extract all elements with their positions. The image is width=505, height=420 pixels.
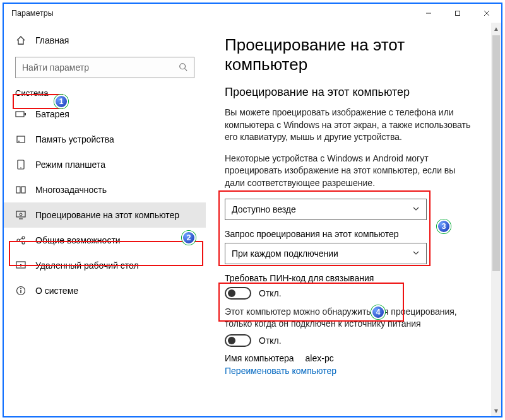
sidebar-item-tablet[interactable]: Режим планшета bbox=[4, 152, 206, 177]
home-icon bbox=[15, 35, 27, 46]
toggle-state-label: Откл. bbox=[259, 335, 282, 346]
maximize-button[interactable] bbox=[443, 4, 472, 23]
svg-point-17 bbox=[22, 236, 25, 239]
svg-point-9 bbox=[18, 141, 20, 142]
multitasking-icon bbox=[15, 184, 27, 195]
scrollbar[interactable]: ▲ ▼ bbox=[491, 23, 501, 416]
svg-point-11 bbox=[20, 167, 21, 168]
sidebar-item-label: Общие возможности bbox=[35, 235, 121, 245]
remote-desktop-icon bbox=[15, 260, 27, 271]
projecting-icon bbox=[15, 209, 27, 221]
toggle-knob bbox=[228, 337, 235, 344]
sidebar-item-label: Проецирование на этот компьютер bbox=[35, 210, 179, 220]
svg-rect-13 bbox=[21, 187, 25, 193]
info-icon bbox=[15, 285, 27, 296]
sidebar-item-label: Удаленный рабочий стол bbox=[35, 260, 139, 271]
svg-point-18 bbox=[22, 242, 25, 244]
close-icon bbox=[484, 10, 490, 16]
search-input[interactable]: Найти параметр bbox=[15, 57, 194, 78]
sidebar-item-storage[interactable]: Память устройства bbox=[4, 127, 206, 152]
search-icon bbox=[179, 62, 187, 73]
rename-link[interactable]: Переименовать компьютер bbox=[225, 366, 472, 376]
intro-paragraph-1: Вы можете проецировать изображение с тел… bbox=[225, 107, 472, 144]
chevron-down-icon bbox=[412, 204, 420, 214]
sidebar-item-battery[interactable]: Батарея bbox=[4, 102, 206, 127]
request-label: Запрос проецирования на этот компьютер bbox=[225, 229, 472, 239]
availability-dropdown[interactable]: Доступно везде bbox=[225, 199, 427, 220]
storage-icon bbox=[15, 134, 27, 145]
svg-rect-6 bbox=[16, 112, 24, 117]
scroll-down-icon[interactable]: ▼ bbox=[491, 405, 501, 416]
svg-rect-14 bbox=[16, 211, 25, 217]
svg-point-16 bbox=[17, 239, 20, 242]
settings-window: Параметры Главная Найти параметр bbox=[3, 3, 502, 417]
sidebar-item-projecting[interactable]: Проецирование на этот компьютер bbox=[4, 202, 206, 228]
svg-point-15 bbox=[20, 213, 22, 216]
pin-toggle[interactable] bbox=[225, 287, 251, 300]
svg-rect-12 bbox=[16, 187, 20, 193]
sidebar: Главная Найти параметр Система Батарея bbox=[4, 23, 206, 416]
content-area: Проецирование на этот компьютер Проециро… bbox=[206, 23, 491, 416]
toggle-knob bbox=[228, 289, 235, 297]
sidebar-item-label: Батарея bbox=[35, 109, 69, 119]
pcname-value: alex-pc bbox=[306, 353, 334, 363]
sidebar-item-label: Режим планшета bbox=[35, 160, 105, 170]
sidebar-item-remote[interactable]: Удаленный рабочий стол bbox=[4, 253, 206, 278]
sidebar-section-label: Система bbox=[4, 85, 59, 102]
toggle-state-label: Откл. bbox=[259, 288, 282, 298]
battery-icon bbox=[15, 108, 27, 120]
request-dropdown[interactable]: При каждом подключении bbox=[225, 243, 427, 264]
window-title: Параметры bbox=[11, 9, 414, 18]
section-heading: Проецирование на этот компьютер bbox=[225, 86, 472, 99]
shared-icon bbox=[15, 235, 27, 246]
pin-label: Требовать ПИН-код для связывания bbox=[225, 273, 472, 283]
svg-point-4 bbox=[180, 63, 186, 69]
power-paragraph: Этот компьютер можно обнаружить для прое… bbox=[225, 306, 472, 330]
dropdown-value: Доступно везде bbox=[232, 204, 296, 214]
home-link[interactable]: Главная bbox=[4, 28, 206, 53]
chevron-down-icon bbox=[412, 248, 420, 259]
close-button[interactable] bbox=[472, 4, 501, 23]
svg-line-19 bbox=[20, 238, 22, 240]
minimize-icon bbox=[425, 10, 432, 16]
svg-point-24 bbox=[20, 288, 21, 289]
svg-line-20 bbox=[20, 241, 22, 242]
titlebar: Параметры bbox=[4, 4, 501, 23]
minimize-button[interactable] bbox=[414, 4, 443, 23]
page-title: Проецирование на этот компьютер bbox=[225, 35, 472, 74]
search-placeholder: Найти параметр bbox=[22, 62, 179, 73]
window-body: Главная Найти параметр Система Батарея bbox=[4, 23, 501, 416]
sidebar-item-label: О системе bbox=[35, 286, 78, 296]
dropdown-value: При каждом подключении bbox=[232, 248, 338, 259]
sidebar-item-shared[interactable]: Общие возможности bbox=[4, 228, 206, 253]
sidebar-item-about[interactable]: О системе bbox=[4, 278, 206, 303]
svg-rect-1 bbox=[456, 11, 460, 16]
pcname-label: Имя компьютера bbox=[225, 353, 294, 363]
scroll-thumb[interactable] bbox=[492, 35, 500, 271]
sidebar-item-label: Многозадачность bbox=[35, 185, 107, 195]
svg-rect-7 bbox=[25, 113, 26, 115]
svg-line-5 bbox=[185, 68, 187, 71]
home-label: Главная bbox=[35, 35, 69, 45]
sidebar-item-label: Память устройства bbox=[35, 134, 114, 144]
sidebar-item-multitasking[interactable]: Многозадачность bbox=[4, 177, 206, 202]
tablet-icon bbox=[15, 159, 27, 170]
scroll-up-icon[interactable]: ▲ bbox=[491, 23, 501, 34]
maximize-icon bbox=[454, 10, 461, 16]
svg-rect-8 bbox=[17, 136, 25, 143]
power-toggle[interactable] bbox=[225, 334, 251, 347]
intro-paragraph-2: Некоторые устройства с Windows и Android… bbox=[225, 153, 472, 190]
